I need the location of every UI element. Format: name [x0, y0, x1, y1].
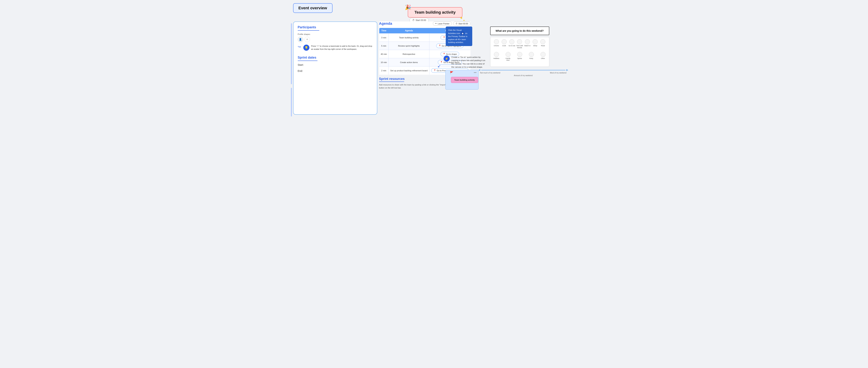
scale-labels: Not much of my weekend Most of my weeken…	[479, 72, 567, 74]
activity-label: Watch tv	[524, 45, 530, 47]
activity-label: Sleep	[533, 45, 537, 47]
activity-label: Cook	[502, 45, 506, 47]
scale-right-label: Most of my weekend	[550, 72, 566, 74]
agenda-title: Agenda	[379, 22, 392, 26]
activity-item[interactable]: Sleep	[532, 39, 539, 49]
activity-label: Read	[541, 45, 545, 47]
sprint-start: Start:	[298, 63, 373, 66]
mini-flag-icon: 🚩	[450, 71, 454, 74]
pin-icon: 📍	[440, 61, 443, 63]
agenda-cell-time: 10 min	[379, 58, 389, 66]
activity-item[interactable]: Party	[528, 52, 535, 61]
agenda-header: Agenda ✏ Laser Pointer ⏱ Start 60:00	[379, 22, 470, 26]
sprint-resources-desc: Add resources to share with the team by …	[379, 83, 447, 89]
agenda-cell-time: 40 min	[379, 50, 389, 58]
profile-shapes-row: 👤 +	[298, 37, 373, 42]
goto-icon-circle: ⚡	[443, 56, 450, 62]
lightbulb-icon: 💡	[305, 46, 308, 50]
activity-label: Family time	[504, 58, 512, 61]
weekend-question-box: What are you going to do this weekend? C…	[490, 27, 549, 67]
activity-circle	[540, 52, 546, 57]
sprint-end: End:	[298, 69, 373, 72]
weekend-question-text: What are you going to do this weekend?	[490, 27, 549, 35]
laser-icon: ✏	[435, 22, 437, 25]
sprint-dates-section: Sprint dates Start: End:	[298, 56, 373, 72]
activity-circle	[533, 39, 538, 44]
activity-circle	[494, 52, 499, 57]
team-building-title: Team building activity	[414, 10, 456, 15]
agenda-cell-time: 2 min	[379, 66, 389, 75]
activity-item[interactable]: Sports	[516, 52, 523, 61]
goto-arrow-icon: ↙	[437, 64, 441, 68]
laser-pointer-button[interactable]: ✏ Laser Pointer	[433, 22, 452, 26]
activity-item[interactable]: Go to eat	[508, 39, 516, 49]
activities-grid: ChoresCookGo to eatTime with friendsWatc…	[490, 37, 549, 67]
activity-label: Chores	[494, 45, 499, 47]
agenda-cell-agenda: Set up product backlog refinement board	[389, 66, 429, 75]
start-timer-button[interactable]: ⏱ Start 60:00	[453, 22, 470, 26]
pin-icon: 📍	[439, 44, 441, 47]
scale-bar	[481, 70, 565, 70]
profile-shapes-label: Profile shapes	[298, 33, 373, 35]
tip-icon: 💡	[303, 44, 309, 51]
participants-title: Participants	[298, 25, 373, 29]
agenda-cell-agenda: Review sprint highlights	[389, 42, 429, 50]
participants-tip: ↪ 💡 Press "+" to choose a teammate to ad…	[298, 44, 373, 51]
team-building-header: 🎉 Team building activity	[408, 7, 462, 18]
tip-arrow-icon: ↪	[298, 44, 301, 49]
activity-item[interactable]: Chores	[493, 39, 500, 49]
agenda-controls: ✏ Laser Pointer ⏱ Start 60:00	[433, 22, 470, 26]
sprint-resources-underline	[379, 82, 404, 82]
scale-left-label: Not much of my weekend	[480, 72, 500, 74]
sprint-dates-underline	[298, 61, 317, 61]
activity-item[interactable]: Watch tv	[524, 39, 531, 49]
sparkle-icon: ✦	[460, 16, 463, 21]
col-agenda: Agenda	[389, 28, 429, 33]
scale-center-label: Amount of my weekend	[479, 74, 567, 76]
scale-section: Not much of my weekend Most of my weeken…	[479, 70, 567, 76]
clock-icon: ⏱	[456, 23, 458, 25]
pin-icon: 📍	[443, 53, 445, 55]
main-panel: Participants Profile shapes 👤 + ↪ 💡 Pres…	[293, 22, 377, 115]
tip-text: Press "+" to choose a teammate to add to…	[311, 44, 373, 51]
activity-circle	[517, 52, 522, 57]
left-accent-2	[291, 88, 292, 117]
agenda-cell-agenda: Create action items	[389, 58, 429, 66]
activity-label: Hobbies	[493, 58, 499, 60]
confetti-icon: 🎉	[405, 4, 411, 10]
event-overview-box: Event overview	[293, 3, 333, 13]
activity-circle	[517, 39, 522, 44]
activity-label: Other	[541, 58, 545, 60]
activity-item[interactable]: Read	[539, 39, 547, 49]
event-overview-title: Event overview	[299, 6, 327, 10]
mini-canvas-tag: Team building activity	[451, 77, 478, 83]
activity-item[interactable]: Other	[539, 52, 547, 61]
goto-popup-text: Create a "Go to" quick action by copying…	[452, 56, 487, 69]
sprint-resources: Sprint resources Add resources to share …	[379, 77, 447, 89]
bolt-icon: ⚡	[445, 57, 448, 60]
info-box: Click the Visual Activities icon ▣ on th…	[446, 27, 472, 46]
activity-circle	[525, 39, 530, 44]
info-icon: ▣	[461, 32, 464, 35]
sprint-dates-title: Sprint dates	[298, 56, 373, 60]
mini-canvas-preview: 🚩 ••• Team building activity	[445, 70, 478, 90]
activities-row-1: ChoresCookGo to eatTime with friendsWatc…	[493, 39, 547, 49]
agenda-cell-time: 5 min	[379, 42, 389, 50]
mini-canvas-inner: 🚩 ••• Team building activity	[445, 70, 478, 89]
activity-item[interactable]: Cook	[501, 39, 508, 49]
activity-circle	[505, 52, 510, 57]
participants-section: Participants Profile shapes 👤 + ↪ 💡 Pres…	[298, 25, 373, 51]
activity-label: Sports	[517, 58, 522, 60]
add-profile-button[interactable]: +	[305, 37, 310, 42]
activity-item[interactable]: Time with friends	[516, 39, 523, 49]
timer-icon: ⏱	[412, 19, 414, 22]
activity-item[interactable]: Family time	[504, 52, 512, 61]
activity-circle	[494, 39, 499, 44]
pin-icon: 📍	[434, 69, 436, 72]
activity-label: Party	[529, 58, 533, 60]
sprint-resources-title: Sprint resources	[379, 77, 447, 81]
timer-label: Start 03:00	[416, 19, 426, 22]
activity-item[interactable]: Hobbies	[493, 52, 500, 61]
profile-avatar[interactable]: 👤	[298, 37, 303, 42]
col-time: Time	[379, 28, 389, 33]
